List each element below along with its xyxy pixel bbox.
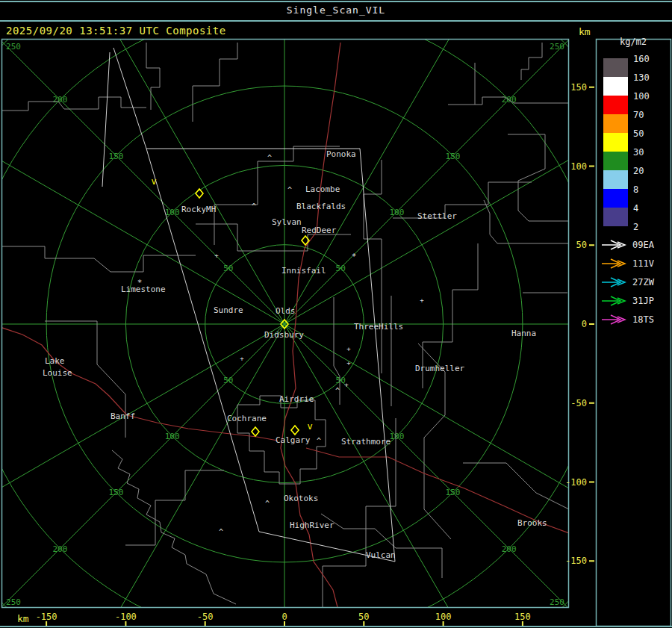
legend-value-4: 4 [633,203,638,214]
city-label-okotoks: Okotoks [284,494,318,503]
ring-label-50: 50 [223,264,233,273]
plus-marker-icon: + [346,345,351,352]
plus-marker-icon: + [214,252,219,259]
legend-swatch-5 [603,152,628,170]
legend-swatch-8 [603,208,628,226]
city-label-hanna: Hanna [511,329,536,338]
city-label-stettler: Stettler [417,211,457,221]
x-tick-label-0: 0 [281,612,287,622]
plus-marker-icon: + [240,355,244,362]
ring-label-100: 100 [165,208,180,217]
city-label-airdrie: Airdrie [279,394,314,404]
ring-label-250: 250 [6,597,21,607]
radar-display-canvas: 5050505010010010010015015015015020020020… [0,0,672,628]
radar-site-diamond-icon [252,427,259,436]
azimuth-line-45deg [284,28,580,324]
y-tick-label-50: 50 [576,240,587,250]
ring-label-100: 100 [165,432,180,441]
y-tick-label-150: 150 [570,82,587,93]
city-label-louise: Louise [43,368,72,378]
caret-marker-icon: ^ [219,528,223,536]
y-tick-mark [589,402,594,404]
city-label-cochrane: Cochrane [227,414,267,423]
city-label-calgary: Calgary [276,435,311,445]
y-tick-label--50: -50 [570,398,587,408]
legend-units-label: kg/m2 [620,37,647,47]
city-label-sylvan: Sylvan [272,217,302,227]
city-labels: PonokaLacombeBlackfaldsSylvanRedDeerInni… [43,149,547,560]
y-tick-mark [589,323,594,325]
bottom-border-line [0,626,672,627]
legend-swatch-4 [603,133,628,152]
legend-value-30: 30 [633,147,644,158]
radar-id-label-27ZW: 27ZW [632,277,655,287]
ring-label-200: 200 [52,544,67,554]
legend-swatch-3 [603,114,628,133]
color-scale-legend: 1601301007050302084209EA111V27ZW31JP18TS [602,54,655,325]
city-label-highriver: HighRiver [290,520,335,530]
city-label-ponoka: Ponoka [326,149,356,159]
city-label-didsbury: Didsbury [264,330,304,340]
radar-sector-outlines [102,48,395,562]
range-ring-grid: 5050505010010010010015015015015020020020… [0,0,672,628]
legend-swatch-7 [603,189,628,208]
caret-marker-icon: ^ [287,186,292,194]
yellow-v-marker-icon: v [151,176,156,187]
city-label-sundre: Sundre [214,305,243,315]
ring-label-250: 250 [6,42,21,52]
legend-value-20: 20 [633,166,644,176]
caret-marker-icon: ^ [252,202,256,211]
ring-label-50: 50 [223,376,233,385]
caret-marker-icon: ^ [335,387,340,395]
legend-swatch-6 [603,170,628,189]
x-axis-units-label: km [17,613,29,624]
y-tick-label-100: 100 [570,161,587,172]
y-tick-mark [589,482,594,483]
city-label-blackfalds: Blackfalds [296,202,346,211]
range-ring-250km [0,0,672,628]
ring-label-150: 150 [446,488,461,497]
city-label-drumheller: Drumheller [415,364,465,373]
x-tick-label-150: 150 [514,612,531,622]
caret-marker-icon: ^ [267,154,272,162]
y-tick-mark [589,244,594,246]
yellow-v-marker-icon: v [307,421,312,432]
ring-label-250: 250 [550,42,564,52]
plus-marker-icon: + [346,359,351,367]
ring-label-50: 50 [336,264,346,273]
legend-swatch-2 [603,96,628,114]
asterisk-marker-icon: * [137,278,143,287]
plus-marker-icon: + [420,296,424,304]
ring-label-150: 150 [109,152,124,161]
x-tick-label--150: -150 [36,612,57,622]
city-label-lacombe: Lacombe [305,184,340,194]
city-label-lake: Lake [45,356,65,366]
city-label-limestone: Limestone [121,285,166,294]
legend-value-50: 50 [633,128,644,139]
y-tick-mark [589,560,594,562]
legend-value-70: 70 [633,110,644,120]
legend-swatch-1 [603,77,628,96]
y-tick-mark [589,166,594,167]
legend-value-130: 130 [633,72,650,83]
city-label-strathmore: Strathmore [341,437,391,447]
legend-value-160: 160 [633,54,650,64]
x-tick-label--50: -50 [197,612,214,622]
asterisk-marker-icon: * [352,252,357,261]
azimuth-line-315deg [0,28,284,324]
caret-marker-icon: ^ [265,500,270,508]
city-label-banff: Banff [111,411,135,421]
city-label-reddeer: RedDeer [302,226,337,235]
legend-swatch-0 [603,58,628,77]
ring-label-250: 250 [550,597,564,607]
ring-label-200: 200 [502,544,517,554]
ring-label-150: 150 [109,488,124,497]
ring-label-100: 100 [389,432,404,441]
radar-id-label-111V: 111V [632,258,654,269]
legend-value-100: 100 [633,91,650,102]
radar-id-label-18TS: 18TS [632,314,654,325]
city-label-innisfail: Innisfail [281,266,326,276]
legend-value-8: 8 [633,184,638,195]
city-label-rockymh: RockyMH [181,205,216,214]
ring-label-150: 150 [446,152,461,161]
